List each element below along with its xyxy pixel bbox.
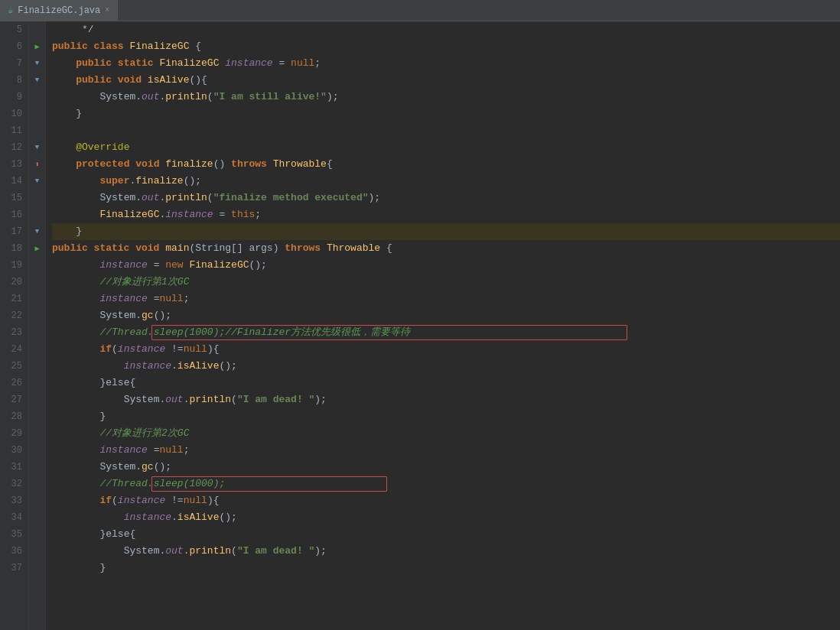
else-35: }else{ [99, 528, 135, 540]
gutter-row-10 [29, 106, 45, 122]
brace-28: } [99, 411, 106, 422]
paren-25: (); [219, 360, 236, 372]
assign-19: = [148, 259, 165, 271]
else-26: }else{ [99, 377, 135, 388]
gutter-row-23 [29, 324, 45, 341]
gutter-row-16 [29, 206, 45, 223]
run-icon-18[interactable]: ▶ [34, 244, 39, 253]
assign-16: = [213, 209, 231, 220]
code-line-36: System.out.println("I am dead! "); [52, 543, 840, 560]
indent-19 [52, 259, 99, 271]
ln-29: 29 [6, 425, 22, 442]
comment-29: //对象进行第2次GC [99, 427, 189, 439]
println-9: println [165, 91, 207, 102]
ln-13: 13 [6, 156, 22, 173]
gutter-row-19 [29, 257, 45, 274]
indent-35 [52, 528, 99, 540]
run-icon-6[interactable]: ▶ [34, 42, 39, 51]
gutter-row-6[interactable]: ▶ [29, 38, 45, 55]
code-line-33: if(instance !=null){ [52, 492, 840, 509]
code-line-8: public void isAlive(){ [52, 72, 840, 89]
args-18: (String[] args) [189, 242, 285, 254]
indent-36 [52, 545, 124, 557]
kw-void-8: void [118, 74, 148, 86]
null-24: null [184, 343, 207, 355]
paren-34: (); [219, 511, 236, 523]
ln-23: 23 [6, 324, 22, 341]
system-15: System. [99, 192, 142, 203]
semi-16: ; [255, 209, 261, 220]
code-line-10: } [52, 106, 840, 122]
file-tab[interactable]: ☕ FinalizeGC.java × [0, 0, 118, 21]
indent-7 [52, 57, 76, 69]
ln-18: 18 [6, 240, 22, 257]
indent-32 [52, 478, 99, 489]
str-9: "I am still alive!" [213, 91, 327, 102]
brace-13: { [327, 158, 333, 170]
gutter-row-31 [29, 459, 45, 476]
ln-26: 26 [6, 375, 22, 391]
out-36: out [165, 545, 183, 557]
str-36: "I am dead! " [237, 545, 314, 557]
out-27: out [165, 394, 183, 405]
assign-30: = [148, 444, 160, 456]
dot-34: . [171, 511, 177, 523]
kw-void-18: void [135, 242, 165, 254]
indent-16 [52, 209, 99, 220]
gc-31: gc [142, 461, 154, 472]
code-line-26: }else{ [52, 375, 840, 391]
println-27: println [189, 394, 231, 405]
gutter-row-33 [29, 492, 45, 509]
close-tab-button[interactable]: × [105, 6, 109, 15]
kw-if-33: if [99, 495, 112, 506]
indent-33 [52, 495, 99, 506]
error-icon-13[interactable]: ⬆ [34, 160, 39, 169]
kw-static-18: static [94, 242, 136, 254]
kw-super-14: super [99, 175, 129, 187]
gutter-row-12: ▼ [29, 139, 45, 156]
gutter-row-11 [29, 122, 45, 139]
indent-22 [52, 310, 99, 321]
gc-22: gc [142, 310, 154, 321]
indent-24 [52, 343, 99, 355]
ln-15: 15 [6, 190, 22, 206]
gutter-row-18[interactable]: ▶ [29, 240, 45, 257]
gutter-row-8: ▼ [29, 72, 45, 89]
indent-25 [52, 360, 124, 372]
code-line-27: System.out.println("I am dead! "); [52, 391, 840, 408]
indent-28 [52, 411, 99, 422]
kw-if-24: if [99, 343, 112, 355]
semi-21: ; [184, 293, 190, 304]
code-line-5: */ [52, 21, 840, 38]
gutter-row-7: ▼ [29, 55, 45, 72]
gutter-row-15 [29, 190, 45, 206]
code-line-18: public static void main(String[] args) t… [52, 240, 840, 257]
rparen-27: ); [314, 394, 327, 405]
code-line-17: } [52, 223, 840, 240]
kw-public-18: public [52, 242, 94, 254]
ln-5: 5 [6, 21, 22, 38]
code-line-25: instance.isAlive(); [52, 358, 840, 375]
semi-7: ; [314, 57, 321, 69]
ln-37: 37 [6, 560, 22, 576]
ln-10: 10 [6, 106, 22, 122]
str-27: "I am dead! " [237, 394, 314, 405]
str-15: "finalize method executed" [213, 192, 369, 203]
var-instance-33: instance [118, 495, 165, 506]
kw-new-19: new [165, 259, 189, 271]
null-33: null [184, 495, 207, 506]
ln-33: 33 [6, 492, 22, 509]
indent-17 [52, 226, 76, 237]
gutter-row-13[interactable]: ⬆ [29, 156, 45, 173]
classname-6: FinalizeGC [129, 41, 195, 52]
ln-32: 32 [6, 476, 22, 492]
var-instance-30: instance [99, 444, 147, 456]
ln-24: 24 [6, 341, 22, 358]
var-instance-19: instance [99, 259, 147, 271]
code-line-34: instance.isAlive(); [52, 509, 840, 526]
assign-21: = [148, 293, 160, 304]
code-line-11 [52, 122, 840, 139]
ln-8: 8 [6, 72, 22, 89]
ln-31: 31 [6, 459, 22, 476]
code-line-16: FinalizeGC.instance = this; [52, 206, 840, 223]
